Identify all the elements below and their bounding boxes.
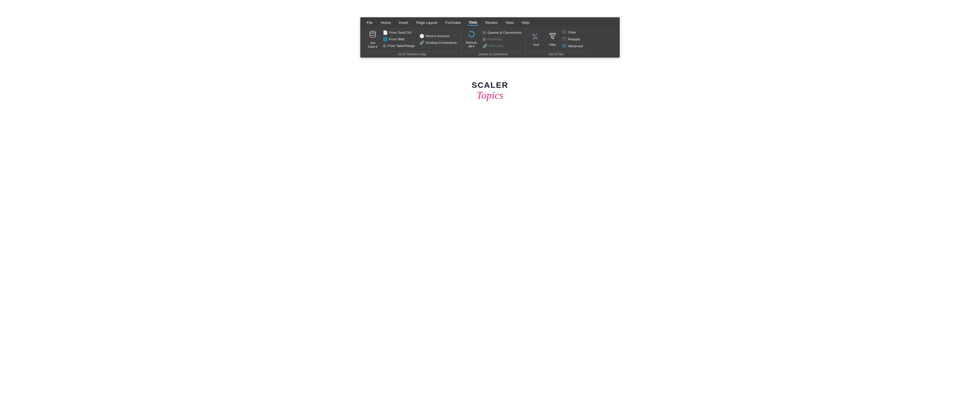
svg-point-0 [370,31,375,33]
menu-file[interactable]: File [366,20,374,25]
csv-icon: 📄 [383,30,388,35]
menu-home[interactable]: Home [380,20,392,25]
edit-links-label: Edit Links [489,44,503,48]
menu-data[interactable]: Data [468,19,478,25]
filter-icon [548,32,557,42]
queries-connections-button[interactable]: ⊟ Queries & Connections [481,29,523,36]
existing-connections-button[interactable]: 🔗 Existing Connections [418,40,458,46]
filter-label: Filter [549,43,556,47]
recent-icon: 🕐 [419,34,424,38]
clear-icon [563,30,567,35]
refresh-all-button[interactable]: RefreshAll ▾ [463,29,480,49]
reapply-button[interactable]: Reapply [561,36,585,43]
advanced-icon [563,44,567,49]
svg-point-13 [563,46,564,46]
sort-label: Sort [533,43,539,47]
recent-sources-button[interactable]: 🕐 Recent Sources [418,33,458,39]
queries-connections-label: Queries & Connections [487,31,522,34]
group-sort-filter: A Z Z A Sort [526,29,587,57]
svg-marker-1 [469,30,472,32]
queries-group-label: Queries & Connections [463,52,523,57]
logo-container: SCALER Topics [472,81,508,102]
get-data-button[interactable]: GetData ▾ [366,29,380,50]
ribbon-toolbar: GetData ▾ 📄 From Text/CSV 🌐 From Web ⊞ F… [361,27,619,57]
advanced-button[interactable]: Advanced [561,43,585,49]
svg-text:Z: Z [532,37,534,40]
menu-bar: File Home Insert Page Layout Formulas Da… [361,18,619,27]
from-table-range-button[interactable]: ⊞ From Table/Range [381,43,417,49]
menu-page-layout[interactable]: Page Layout [415,20,438,25]
properties-icon: ⊞ [482,37,486,41]
logo-scaler-text: SCALER [472,81,508,90]
from-table-range-label: From Table/Range [388,44,415,48]
svg-text:A: A [536,37,538,40]
menu-formulas[interactable]: Formulas [444,20,462,25]
svg-text:Z: Z [536,33,537,36]
refresh-icon [467,30,476,40]
from-web-label: From Web [389,37,404,41]
reapply-icon [563,37,567,42]
group-queries: RefreshAll ▾ ⊟ Queries & Connections ⊞ P… [461,29,526,57]
svg-text:A: A [532,33,535,36]
edit-links-button[interactable]: 🔗 Edit Links [481,43,523,49]
sort-icon: A Z Z A [532,32,541,42]
group-get-transform: GetData ▾ 📄 From Text/CSV 🌐 From Web ⊞ F… [363,29,461,57]
advanced-label: Advanced [568,44,583,48]
from-web-button[interactable]: 🌐 From Web [381,36,417,42]
database-icon [368,30,377,40]
sort-filter-group-label: Sort & Filter [528,52,585,57]
clear-label: Clear [568,30,576,34]
ribbon-container: File Home Insert Page Layout Formulas Da… [360,17,620,57]
filter-button[interactable]: Filter [545,31,560,48]
properties-label: Properties [487,37,503,41]
table-icon: ⊞ [383,43,386,48]
svg-marker-6 [549,33,556,39]
links-icon: 🔗 [482,43,487,48]
queries-icon: ⊟ [482,30,486,35]
recent-sources-label: Recent Sources [426,34,449,38]
menu-insert[interactable]: Insert [398,20,410,25]
menu-review[interactable]: Review [484,20,499,25]
refresh-all-label: RefreshAll ▾ [466,41,477,48]
sort-button[interactable]: A Z Z A Sort [528,31,544,48]
existing-connections-label: Existing Connections [426,41,457,44]
properties-button[interactable]: ⊞ Properties [481,36,523,42]
connections-icon: 🔗 [419,40,424,45]
reapply-label: Reapply [568,37,580,41]
svg-point-14 [564,46,565,46]
from-text-csv-label: From Text/CSV [389,31,412,34]
get-data-label: GetData ▾ [368,41,377,49]
from-text-csv-button[interactable]: 📄 From Text/CSV [381,29,417,36]
get-transform-group-label: Get & Transform Data [366,52,458,57]
menu-help[interactable]: Help [520,20,531,25]
menu-view[interactable]: View [504,20,515,25]
logo-topics-text: Topics [477,90,504,102]
clear-button[interactable]: Clear [561,29,585,36]
web-icon: 🌐 [383,37,388,41]
